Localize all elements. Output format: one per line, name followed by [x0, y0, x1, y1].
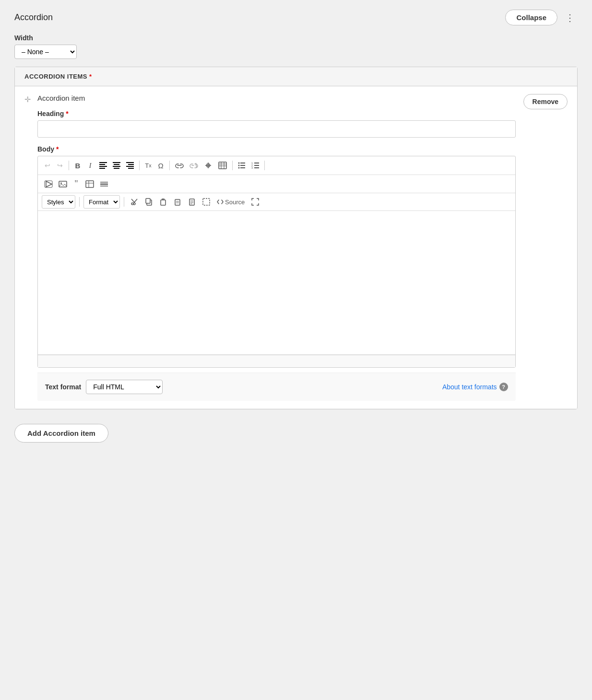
- undo-button[interactable]: ↩: [42, 160, 53, 171]
- source-button[interactable]: Source: [214, 197, 247, 208]
- add-accordion-item-button[interactable]: Add Accordion item: [14, 424, 108, 443]
- svg-rect-33: [59, 181, 67, 187]
- svg-point-34: [60, 182, 62, 184]
- svg-rect-7: [114, 168, 119, 169]
- italic-button[interactable]: I: [84, 160, 96, 172]
- cut-button[interactable]: [128, 196, 141, 208]
- collapse-button[interactable]: Collapse: [505, 10, 557, 25]
- align-left-button[interactable]: [97, 160, 109, 171]
- align-center-button[interactable]: [110, 160, 123, 171]
- svg-rect-4: [113, 162, 120, 163]
- svg-rect-22: [240, 165, 245, 166]
- rich-text-editor: ↩ ↪ B I: [37, 156, 516, 368]
- svg-rect-51: [203, 198, 210, 205]
- paste-button[interactable]: [157, 196, 169, 208]
- editor-statusbar: [38, 355, 515, 367]
- svg-rect-11: [128, 168, 134, 169]
- body-required-star: *: [56, 145, 59, 153]
- svg-rect-24: [240, 167, 245, 168]
- toolbar-separator-1: [69, 161, 69, 170]
- link-button[interactable]: [173, 160, 186, 171]
- svg-rect-2: [99, 166, 107, 167]
- text-format-left: Text format Full HTML Basic HTML Plain t…: [45, 380, 163, 394]
- media-button[interactable]: [42, 178, 55, 190]
- svg-rect-14: [219, 162, 226, 169]
- bold-button[interactable]: B: [72, 160, 83, 172]
- svg-rect-0: [99, 162, 107, 163]
- paste-from-word-button[interactable]: [186, 196, 198, 208]
- paste-text-button[interactable]: [171, 196, 184, 208]
- heading-input[interactable]: [37, 120, 516, 138]
- text-format-row: Text format Full HTML Basic HTML Plain t…: [37, 373, 516, 401]
- width-label: Width: [14, 34, 578, 42]
- image-button[interactable]: [56, 178, 70, 190]
- svg-rect-5: [114, 164, 119, 165]
- accordion-header: Accordion Collapse ⋮: [14, 10, 578, 25]
- svg-point-23: [238, 167, 240, 169]
- svg-rect-42: [146, 198, 150, 203]
- toolbar-separator-4: [232, 161, 233, 170]
- toolbar-separator-3: [169, 161, 170, 170]
- table-button[interactable]: [216, 160, 229, 171]
- unordered-list-button[interactable]: [236, 160, 248, 171]
- editor-content-area[interactable]: [38, 211, 515, 355]
- styles-select[interactable]: Styles: [42, 195, 75, 209]
- svg-marker-31: [46, 181, 52, 187]
- more-options-button[interactable]: ⋮: [562, 11, 578, 24]
- svg-rect-3: [99, 168, 105, 169]
- about-text-formats-link[interactable]: About text formats ?: [442, 383, 508, 391]
- redo-button[interactable]: ↪: [54, 160, 66, 171]
- svg-rect-30: [254, 167, 259, 168]
- help-circle-icon: ?: [499, 383, 508, 391]
- accordion-items-header: ACCORDION ITEMS*: [15, 67, 577, 86]
- svg-rect-9: [128, 164, 134, 165]
- blockquote-button[interactable]: ": [71, 177, 82, 191]
- accordion-item-title: Accordion item: [37, 94, 516, 102]
- remove-button[interactable]: Remove: [523, 94, 568, 109]
- svg-rect-44: [175, 199, 180, 205]
- copy-button[interactable]: [142, 196, 155, 208]
- svg-rect-6: [113, 166, 120, 167]
- remove-format-button[interactable]: Tx: [142, 160, 154, 171]
- svg-rect-26: [254, 163, 259, 163]
- anchor-button[interactable]: [201, 159, 215, 172]
- svg-text:3.: 3.: [251, 166, 253, 169]
- svg-rect-43: [161, 200, 166, 205]
- accordion-item-content: Accordion item Heading* Body* ↩ ↪: [37, 94, 516, 401]
- width-select[interactable]: – None –: [14, 45, 77, 59]
- required-star: *: [89, 73, 92, 80]
- format-select[interactable]: Format: [83, 195, 120, 209]
- svg-line-12: [196, 163, 197, 168]
- svg-rect-28: [254, 165, 259, 166]
- select-all-button[interactable]: [200, 196, 213, 208]
- accordion-item-row: ✛ Accordion item Heading* Body* ↩ ↪: [15, 86, 577, 409]
- heading-required-star: *: [66, 110, 68, 117]
- align-right-button[interactable]: [124, 160, 136, 171]
- toolbar-row-2: ": [38, 175, 515, 193]
- accordion-items-container: ACCORDION ITEMS* ✛ Accordion item Headin…: [14, 67, 578, 409]
- heading-label: Heading*: [37, 110, 516, 117]
- unlink-button[interactable]: [187, 160, 201, 171]
- toolbar-row-3: Styles Format: [38, 193, 515, 211]
- table2-button[interactable]: [83, 178, 96, 190]
- toolbar-separator-7: [124, 197, 124, 207]
- toolbar-separator-6: [79, 197, 80, 207]
- svg-rect-8: [126, 162, 134, 163]
- toolbar-separator-2: [139, 161, 140, 170]
- svg-rect-20: [240, 163, 245, 163]
- header-actions: Collapse ⋮: [505, 10, 578, 25]
- toolbar-row-1: ↩ ↪ B I: [38, 156, 515, 175]
- ordered-list-button[interactable]: 1.2.3.: [249, 160, 261, 171]
- svg-point-21: [238, 165, 240, 166]
- svg-rect-35: [86, 181, 94, 187]
- horizontal-rule-button[interactable]: [97, 178, 111, 190]
- body-label: Body*: [37, 145, 516, 153]
- special-char-button[interactable]: Ω: [155, 160, 166, 172]
- text-format-select[interactable]: Full HTML Basic HTML Plain text: [86, 380, 163, 394]
- drag-handle-icon[interactable]: ✛: [24, 95, 31, 104]
- text-format-label: Text format: [45, 383, 81, 391]
- svg-point-19: [238, 163, 240, 164]
- svg-rect-1: [99, 164, 105, 165]
- width-section: Width – None –: [14, 34, 578, 59]
- fullscreen-button[interactable]: [249, 196, 261, 208]
